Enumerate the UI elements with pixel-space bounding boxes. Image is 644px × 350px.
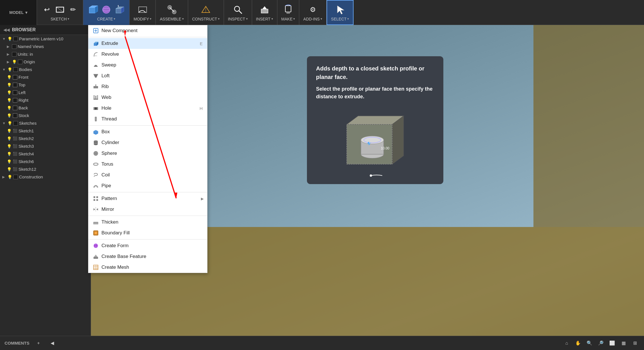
checkbox[interactable] (13, 67, 18, 72)
tree-item-sketch4[interactable]: 💡 ⬛ Sketch4 (0, 150, 91, 158)
home-view-button[interactable]: ⌂ (562, 339, 571, 348)
make-label[interactable]: MAKE▾ (281, 17, 295, 21)
tree-item-origin[interactable]: ▶ 💡 Origin (0, 58, 91, 66)
inspect-label[interactable]: INSPECT▾ (228, 17, 248, 21)
tree-item-sketch3[interactable]: 💡 ⬛ Sketch3 (0, 142, 91, 150)
create-label[interactable]: CREATE▾ (97, 17, 116, 21)
menu-item-pattern[interactable]: Pattern ▶ (88, 193, 207, 204)
toolbar-group-make[interactable]: MAKE▾ (277, 0, 300, 25)
toolbar-group-sketch[interactable]: ↩ ✏ SKETCH▾ (37, 0, 83, 25)
menu-item-thicken[interactable]: Thicken (88, 217, 207, 228)
tree-item-bodies[interactable]: ▼ 💡 Bodies (0, 66, 91, 73)
menu-item-sphere[interactable]: Sphere (88, 148, 207, 159)
sketch-icon: ⬛ (13, 129, 17, 133)
tree-item-sketch1[interactable]: 💡 ⬛ Sketch1 (0, 127, 91, 135)
model-mode-button[interactable]: MODEL ▾ (0, 0, 37, 25)
svg-point-33 (370, 174, 372, 177)
separator (88, 239, 207, 239)
sketch-rect-icon (54, 4, 66, 16)
menu-item-boundary-fill[interactable]: Boundary Fill (88, 228, 207, 238)
tree-item-sketch6[interactable]: 💡 ⬛ Sketch6 (0, 158, 91, 165)
menu-item-label: Sweep (101, 62, 116, 68)
menu-item-new-component[interactable]: New Component (88, 25, 207, 36)
inspect-icons (232, 4, 244, 16)
toolbar-group-addins[interactable]: ⚙ ADD-INS▾ (299, 0, 327, 25)
svg-rect-2 (89, 7, 95, 13)
checkbox[interactable] (13, 83, 17, 87)
browser-collapse-icon[interactable]: ◀◀ (3, 28, 10, 32)
tree-item-right[interactable]: 💡 Right (0, 96, 91, 104)
menu-item-loft[interactable]: Loft (88, 70, 207, 81)
tree-item-named-views[interactable]: ▶ Named Views (0, 43, 91, 50)
checkbox[interactable] (13, 113, 17, 118)
menu-item-mirror[interactable]: Mirror (88, 204, 207, 215)
insert-label[interactable]: INSERT▾ (256, 17, 273, 21)
zoom-out-button[interactable]: 🔎 (596, 339, 605, 348)
nav-button[interactable]: ◀ (48, 339, 57, 348)
tree-item-construction[interactable]: ▶ 💡 Construction (0, 173, 91, 181)
checkbox[interactable] (13, 106, 17, 110)
menu-item-box[interactable]: Box (88, 126, 207, 137)
toolbar-group-assemble[interactable]: ASSEMBLE▾ (156, 0, 188, 25)
select-label[interactable]: SELECT▾ (331, 17, 349, 21)
menu-item-thread[interactable]: Thread (88, 114, 207, 124)
pan-button[interactable]: ✋ (574, 339, 583, 348)
menu-item-coil[interactable]: Coil (88, 170, 207, 180)
view-cube-button[interactable]: ⬜ (608, 339, 617, 348)
checkbox[interactable] (13, 37, 18, 41)
toolbar-group-select[interactable]: SELECT▾ (327, 0, 354, 25)
menu-item-extrude[interactable]: Extrude E (88, 38, 207, 49)
sketch-icon: ⬛ (13, 144, 17, 148)
checkbox[interactable] (18, 60, 22, 64)
tree-item-front[interactable]: 💡 Front (0, 73, 91, 81)
menu-item-web[interactable]: Web (88, 92, 207, 103)
tree-item-sketches[interactable]: ▼ 💡 Sketches (0, 119, 91, 127)
checkbox[interactable] (13, 75, 17, 80)
checkbox[interactable] (12, 44, 16, 49)
tree-item-back[interactable]: 💡 Back (0, 104, 91, 112)
tree-item-units[interactable]: ▶ Units: in (0, 50, 91, 58)
tree-item-top[interactable]: 💡 Top (0, 81, 91, 89)
construct-label[interactable]: CONSTRUCT▾ (192, 17, 220, 21)
menu-item-hole[interactable]: Hole H (88, 103, 207, 114)
tree-item-root[interactable]: ▼ 💡 Parametric Lantern v10 (0, 35, 91, 43)
tree-item-sketch12[interactable]: 💡 ⬛ Sketch12 (0, 165, 91, 173)
toolbar-group-insert[interactable]: INSERT▾ (252, 0, 277, 25)
checkbox[interactable] (13, 98, 17, 103)
menu-item-revolve[interactable]: Revolve (88, 49, 207, 60)
menu-item-pipe[interactable]: Pipe (88, 180, 207, 191)
tree-item-left[interactable]: 💡 Left (0, 89, 91, 96)
preview-svg: 10.00 (330, 107, 421, 181)
tree-item-stock[interactable]: 💡 Stock (0, 112, 91, 119)
add-comment-button[interactable]: + (34, 339, 43, 348)
toolbar-group-inspect[interactable]: INSPECT▾ (224, 0, 252, 25)
svg-rect-19 (261, 9, 268, 13)
checkbox[interactable] (12, 52, 16, 57)
checkbox[interactable] (13, 90, 17, 95)
zoom-in-button[interactable]: 🔍 (585, 339, 594, 348)
checkbox[interactable] (13, 175, 18, 179)
menu-item-create-base-feature[interactable]: Create Base Feature (88, 251, 207, 262)
menu-item-create-mesh[interactable]: Create Mesh (88, 262, 207, 273)
cylinder-icon (93, 140, 99, 145)
menu-item-rib[interactable]: Rib (88, 81, 207, 92)
svg-rect-69 (94, 199, 95, 201)
assemble-label[interactable]: ASSEMBLE▾ (160, 17, 184, 21)
tree-item-sketch2[interactable]: 💡 ⬛ Sketch2 (0, 135, 91, 142)
toolbar-group-modify[interactable]: MODIFY▾ (130, 0, 156, 25)
menu-item-sweep[interactable]: Sweep (88, 60, 207, 70)
sketch-label[interactable]: SKETCH▾ (51, 17, 69, 21)
toolbar-group-construct[interactable]: CONSTRUCT▾ (188, 0, 224, 25)
light-icon: 💡 (7, 113, 12, 118)
toolbar: MODEL ▾ ↩ ✏ SKETCH▾ (0, 0, 644, 25)
modify-label[interactable]: MODIFY▾ (134, 17, 151, 21)
checkbox[interactable] (13, 121, 18, 126)
menu-item-create-form[interactable]: Create Form (88, 240, 207, 251)
addins-label[interactable]: ADD-INS▾ (303, 17, 322, 21)
menu-item-cylinder[interactable]: Cylinder (88, 137, 207, 148)
menu-item-torus[interactable]: Torus (88, 159, 207, 170)
grid-button[interactable]: ⊞ (630, 339, 639, 348)
toolbar-group-create[interactable]: CREATE▾ (83, 0, 130, 25)
display-mode-button[interactable]: ▦ (619, 339, 628, 348)
item-label: Right (18, 98, 28, 103)
